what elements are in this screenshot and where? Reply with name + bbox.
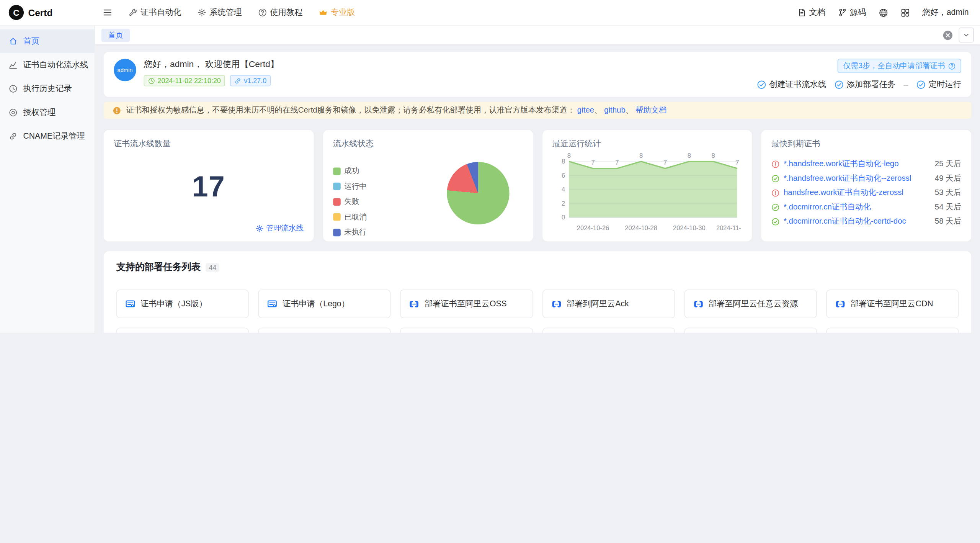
logo[interactable]: C Certd	[0, 5, 95, 20]
manage-pipelines-link[interactable]: 管理流水线	[255, 223, 304, 234]
task-item-label: 证书申请（JS版）	[140, 298, 207, 309]
task-item[interactable]: 部署证书至阿里云OSS	[400, 289, 532, 318]
notice-link-github[interactable]: github	[602, 106, 626, 114]
nav-item-tutorial[interactable]: 使用教程	[258, 7, 302, 18]
legend-color-swatch	[333, 198, 341, 206]
svg-text:2024-10-28: 2024-10-28	[625, 224, 657, 232]
close-tab-icon[interactable]	[942, 30, 953, 41]
stats-row: 证书流水线数量 17 管理流水线 流水线状态 成功运行中失败已取消未执行	[104, 130, 971, 242]
tabbar: 首页	[95, 26, 980, 44]
version-badge: v1.27.0	[230, 75, 271, 86]
legend-item-未执行[interactable]: 未执行	[333, 227, 367, 238]
gear-icon	[198, 8, 206, 17]
cert-days-left: 53 天后	[935, 188, 961, 198]
legend-label: 运行中	[344, 181, 367, 192]
nav-item-label: 使用教程	[270, 7, 302, 18]
source-link[interactable]: 源码	[838, 7, 866, 18]
sidebar-item-history[interactable]: 执行历史记录	[0, 77, 95, 101]
svg-text:4: 4	[561, 186, 565, 193]
setup-step-3[interactable]: 定时运行	[916, 79, 961, 90]
task-item[interactable]: 部署至阿里云任意云资源	[684, 289, 817, 318]
sidebar-item-label: 首页	[23, 36, 39, 47]
legend-color-swatch	[333, 183, 341, 190]
task-item[interactable]: 上传证书到阿里云	[258, 328, 391, 333]
svg-text:8: 8	[561, 158, 565, 165]
legend-item-运行中[interactable]: 运行中	[333, 181, 367, 192]
card-title: 证书流水线数量	[114, 138, 304, 149]
nav-item-cert-automation[interactable]: 证书自动化	[129, 7, 181, 18]
sidebar-item-label: 证书自动化流水线	[23, 59, 88, 70]
task-item[interactable]: 证书申请（Lego）	[258, 289, 391, 318]
nav-item-label: 证书自动化	[140, 7, 181, 18]
notice-link-gitee[interactable]: gitee	[575, 106, 594, 114]
pie-legend: 成功运行中失败已取消未执行	[333, 162, 367, 238]
svg-text:8: 8	[639, 152, 642, 159]
expiring-cert-row: *.docmirror.cn证书自动化-certd-doc58 天后	[771, 214, 961, 229]
tab-首页[interactable]: 首页	[101, 28, 130, 41]
docs-link[interactable]: 文档	[797, 7, 825, 18]
check-circle-icon	[757, 80, 766, 89]
collapse-menu-icon[interactable]	[103, 8, 113, 18]
cert-name-link[interactable]: *.handsfree.work证书自动化--zerossl	[784, 173, 926, 184]
legend-item-成功[interactable]: 成功	[333, 166, 367, 177]
nav-item-label: 系统管理	[209, 7, 242, 18]
top-header: C Certd 证书自动化系统管理使用教程专业版 文档 源码 您好，admin	[0, 0, 980, 26]
deploy-tasks-title: 支持的部署任务列表	[116, 261, 201, 273]
avatar[interactable]: admin	[114, 59, 136, 81]
sidebar-item-cname[interactable]: CNAME记录管理	[0, 124, 95, 148]
legend-item-已取消[interactable]: 已取消	[333, 212, 367, 222]
setup-step-2[interactable]: 添加部署任务	[834, 79, 895, 90]
globe-icon[interactable]	[879, 8, 888, 17]
notice-link-帮助文档[interactable]: 帮助文档	[633, 106, 666, 114]
svg-text:7: 7	[663, 159, 666, 166]
task-item-label: 部署证书至阿里云OSS	[425, 298, 507, 309]
legend-label: 未执行	[344, 227, 367, 238]
sidebar-item-pipelines[interactable]: 证书自动化流水线	[0, 53, 95, 77]
auth-icon	[9, 108, 18, 117]
cert-name-link[interactable]: *.docmirror.cn证书自动化-certd-doc	[784, 216, 926, 227]
nav-item-system-management[interactable]: 系统管理	[198, 7, 242, 18]
recent-runs-area-chart: 02468877878872024-10-262024-10-282024-10…	[552, 151, 742, 234]
notice-text: 证书和授权为敏感信息，不要使用来历不明的在线Certd服务和镜像，以免泄露；请务…	[126, 105, 667, 116]
version-badge-label: v1.27.0	[244, 77, 266, 85]
legend-item-失败[interactable]: 失败	[333, 196, 367, 207]
tab-menu-button[interactable]	[959, 28, 973, 43]
task-item[interactable]: 部署证书至华为云CDN	[400, 328, 532, 333]
cert-name-link[interactable]: handsfree.work证书自动化-zerossl	[784, 188, 926, 198]
legend-label: 已取消	[344, 212, 367, 222]
svg-text:7: 7	[615, 159, 618, 166]
pipeline-status-card: 流水线状态 成功运行中失败已取消未执行	[323, 130, 533, 242]
task-item[interactable]: 部署证书至阿里云CDN	[826, 289, 959, 318]
home-icon	[9, 37, 18, 46]
promo-label: 仅需3步，全自动申请部署证书	[843, 61, 945, 71]
task-item[interactable]: 部署证书至阿里云DCDN	[116, 328, 249, 333]
cert-days-left: 49 天后	[935, 173, 961, 184]
task-item[interactable]: 部署到腾讯云TKE-ingress	[542, 328, 675, 333]
theme-icon[interactable]	[900, 8, 910, 17]
main-content: admin 您好，admin， 欢迎使用【Certd】 2024-11-02 2…	[95, 44, 980, 333]
cert-icon	[125, 299, 136, 309]
sidebar-item-auth[interactable]: 授权管理	[0, 101, 95, 124]
doc-icon	[797, 8, 806, 17]
task-item[interactable]: 部署到阿里云Ack	[542, 289, 675, 318]
card-title: 最快到期证书	[771, 138, 961, 149]
status-ok-icon	[771, 218, 780, 226]
svg-text:8: 8	[711, 152, 715, 159]
task-item[interactable]: 部署到腾讯云CLB	[826, 328, 959, 333]
manage-pipelines-label: 管理流水线	[266, 223, 304, 234]
legend-color-swatch	[333, 213, 341, 221]
nav-item-pro-version[interactable]: 专业版	[319, 7, 355, 18]
task-item[interactable]: 部署证书到腾讯云任意云资源	[684, 328, 817, 333]
expiring-cert-row: *.handsfree.work证书自动化-lego25 天后	[771, 157, 961, 172]
cert-name-link[interactable]: *.handsfree.work证书自动化-lego	[784, 159, 926, 170]
header-right: 文档 源码 您好，admin	[797, 7, 969, 18]
task-item[interactable]: 证书申请（JS版）	[116, 289, 249, 318]
user-greeting[interactable]: 您好，admin	[922, 7, 969, 18]
svg-text:7: 7	[591, 159, 595, 166]
setup-step-1[interactable]: 创建证书流水线	[757, 79, 826, 90]
promo-badge[interactable]: 仅需3步，全自动申请部署证书	[838, 59, 961, 73]
sidebar-item-home[interactable]: 首页	[0, 29, 95, 53]
cert-name-link[interactable]: *.docmirror.cn证书自动化	[784, 202, 926, 213]
check-circle-icon	[916, 80, 925, 89]
setup-steps: 创建证书流水线添加部署任务–定时运行	[757, 79, 961, 90]
